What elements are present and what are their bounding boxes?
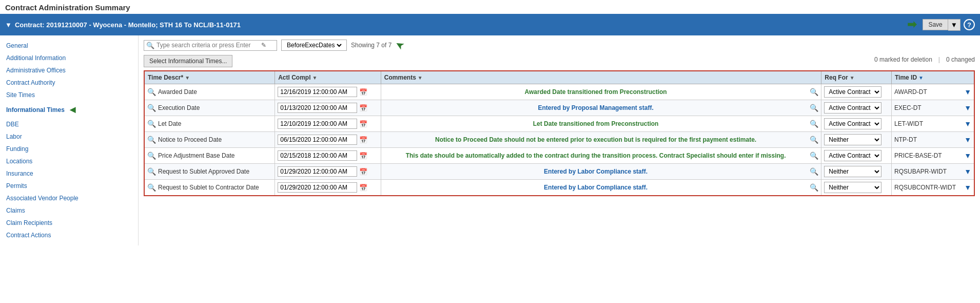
table-row: 🔍Request to Sublet to Contractor Date📅En… (144, 180, 974, 196)
req-for-select-5[interactable]: Active ContractNeitherBoth (824, 166, 881, 177)
save-dropdown-button[interactable]: ▼ (948, 19, 961, 31)
descr-search-icon-3[interactable]: 🔍 (147, 136, 156, 144)
time-id-text-6: RQSUBCONTR-WIDT (894, 184, 956, 191)
row-dropdown-icon-0[interactable]: ▼ (964, 88, 971, 96)
col-header-actl-compl[interactable]: Actl Compl ▼ (275, 71, 381, 84)
sidebar-item-insurance[interactable]: Insurance (0, 167, 138, 180)
sidebar-item-labor[interactable]: Labor (0, 130, 138, 143)
calendar-icon-1[interactable]: 📅 (359, 104, 367, 112)
comment-search-icon-2[interactable]: 🔍 (810, 120, 818, 128)
sidebar-item-dbe[interactable]: DBE (0, 118, 138, 130)
sidebar-item-label-administrative-offices: Administrative Offices (6, 67, 66, 74)
date-input-0[interactable] (278, 87, 357, 97)
col-dropdown-icon-time-id[interactable]: ▼ (918, 75, 924, 81)
comment-cell-0: Awarded Date transitioned from Preconstr… (381, 84, 821, 100)
filter-dropdown[interactable]: BeforeExecDatesAllActive (281, 40, 347, 51)
comment-search-icon-4[interactable]: 🔍 (810, 152, 818, 160)
help-button[interactable]: ? (964, 19, 975, 30)
descr-search-icon-0[interactable]: 🔍 (147, 88, 156, 96)
sidebar-item-associated-vendor-people[interactable]: Associated Vendor People (0, 192, 138, 204)
sidebar-item-general[interactable]: General (0, 40, 138, 52)
sidebar-item-label-associated-vendor-people: Associated Vendor People (6, 195, 79, 202)
sidebar: GeneralAdditional InformationAdministrat… (0, 35, 139, 245)
select-informational-times-button[interactable]: Select Informational Times... (144, 55, 232, 67)
calendar-icon-4[interactable]: 📅 (359, 152, 367, 160)
search-input[interactable] (156, 42, 259, 49)
sidebar-item-locations[interactable]: Locations (0, 155, 138, 167)
toolbar-row2: Select Informational Times... 0 marked f… (144, 55, 975, 67)
comment-text-1: Entered by Proposal Management staff. (384, 104, 808, 111)
sidebar-item-contract-authority[interactable]: Contract Authority (0, 77, 138, 89)
save-button[interactable]: Save (923, 19, 948, 30)
req-for-select-1[interactable]: Active ContractNeitherBoth (824, 102, 881, 113)
col-header-time-descr[interactable]: Time Descr* ▼ (144, 71, 275, 84)
sort-arrow-icon-time-descr: ▼ (185, 75, 190, 81)
comment-search-icon-6[interactable]: 🔍 (810, 183, 818, 192)
row-dropdown-icon-6[interactable]: ▼ (964, 183, 971, 192)
sidebar-item-label-claims: Claims (6, 207, 25, 214)
contract-label: Contract: 20191210007 - Wyocena - Montel… (15, 21, 241, 29)
sidebar-item-informational-times[interactable]: Informational Times ◄ (0, 101, 138, 118)
descr-search-icon-4[interactable]: 🔍 (147, 152, 156, 160)
descr-search-icon-1[interactable]: 🔍 (147, 104, 156, 112)
sidebar-item-claim-recipients[interactable]: Claim Recipients (0, 217, 138, 229)
row-dropdown-icon-5[interactable]: ▼ (964, 167, 971, 176)
descr-search-icon-2[interactable]: 🔍 (147, 120, 156, 128)
descr-search-icon-5[interactable]: 🔍 (147, 167, 156, 176)
sidebar-item-label-informational-times: Informational Times (6, 106, 65, 113)
descr-search-icon-6[interactable]: 🔍 (147, 183, 156, 192)
sidebar-item-contract-actions[interactable]: Contract Actions (0, 229, 138, 241)
pencil-icon[interactable]: ✎ (261, 42, 266, 49)
time-descr-cell-6: 🔍Request to Sublet to Contractor Date (144, 180, 275, 196)
col-header-time-id: Time ID ▼ (891, 71, 974, 84)
date-input-2[interactable] (278, 119, 357, 129)
green-arrow-down-icon: ➤ (394, 39, 406, 52)
date-input-3[interactable] (278, 135, 357, 145)
date-input-5[interactable] (278, 166, 357, 177)
req-for-select-0[interactable]: Active ContractNeitherBoth (824, 86, 881, 98)
time-descr-cell-1: 🔍Execution Date (144, 100, 275, 116)
sidebar-item-claims[interactable]: Claims (0, 204, 138, 217)
time-descr-cell-5: 🔍Request to Sublet Approved Date (144, 164, 275, 180)
comment-search-icon-0[interactable]: 🔍 (810, 88, 818, 96)
req-for-select-3[interactable]: Active ContractNeitherBoth (824, 134, 881, 145)
req-for-select-2[interactable]: Active ContractNeitherBoth (824, 118, 881, 129)
filter-select[interactable]: BeforeExecDatesAllActive (285, 41, 343, 49)
date-input-1[interactable] (278, 103, 357, 113)
actl-compl-cell-2: 📅 (275, 116, 381, 132)
save-btn-group: Save ▼ (923, 19, 961, 31)
collapse-arrow-icon[interactable]: ▼ (5, 21, 12, 29)
date-input-6[interactable] (278, 182, 357, 193)
calendar-icon-5[interactable]: 📅 (359, 168, 367, 176)
req-for-select-4[interactable]: Active ContractNeitherBoth (824, 150, 881, 161)
sidebar-item-additional-information[interactable]: Additional Information (0, 52, 138, 64)
comment-search-icon-5[interactable]: 🔍 (810, 167, 818, 176)
main-layout: GeneralAdditional InformationAdministrat… (0, 35, 980, 245)
time-id-text-5: RQSUBAPR-WIDT (894, 168, 947, 175)
row-dropdown-icon-4[interactable]: ▼ (964, 152, 971, 160)
actl-compl-cell-6: 📅 (275, 180, 381, 196)
time-id-cell-3: NTP-DT ▼ (891, 132, 974, 148)
row-dropdown-icon-3[interactable]: ▼ (964, 136, 971, 144)
time-id-cell-0: AWARD-DT ▼ (891, 84, 974, 100)
comment-search-icon-1[interactable]: 🔍 (810, 104, 818, 112)
sidebar-item-administrative-offices[interactable]: Administrative Offices (0, 64, 138, 77)
col-header-req-for[interactable]: Req For ▼ (821, 71, 892, 84)
comment-search-icon-3[interactable]: 🔍 (810, 136, 818, 144)
sidebar-item-funding[interactable]: Funding (0, 143, 138, 155)
comment-text-6: Entered by Labor Compliance staff. (384, 184, 808, 191)
calendar-icon-2[interactable]: 📅 (359, 120, 367, 128)
row-dropdown-icon-1[interactable]: ▼ (964, 104, 971, 112)
time-descr-cell-2: 🔍Let Date (144, 116, 275, 132)
date-input-4[interactable] (278, 150, 357, 161)
sidebar-item-permits[interactable]: Permits (0, 180, 138, 192)
calendar-icon-0[interactable]: 📅 (359, 88, 367, 96)
calendar-icon-3[interactable]: 📅 (359, 136, 367, 144)
comment-text-5: Entered by Labor Compliance staff. (384, 168, 808, 175)
col-header-comments[interactable]: Comments ▼ (381, 71, 821, 84)
sidebar-item-site-times[interactable]: Site Times (0, 89, 138, 101)
req-for-select-6[interactable]: Active ContractNeitherBoth (824, 182, 881, 193)
time-id-cell-4: PRICE-BASE-DT ▼ (891, 148, 974, 164)
row-dropdown-icon-2[interactable]: ▼ (964, 120, 971, 128)
calendar-icon-6[interactable]: 📅 (359, 184, 367, 192)
